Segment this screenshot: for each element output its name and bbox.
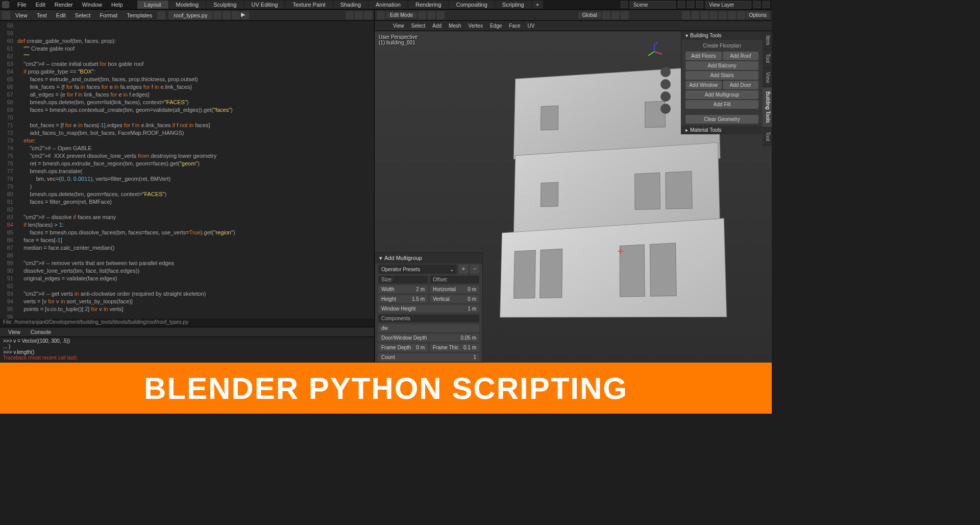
- zoom-icon[interactable]: [660, 67, 671, 77]
- add-door-button[interactable]: Add Door: [723, 81, 759, 89]
- add-balcony-button[interactable]: Add Balcony: [685, 61, 758, 70]
- layer-browse-icon[interactable]: [696, 1, 703, 8]
- width-field[interactable]: Width2 m: [378, 285, 428, 293]
- perspective-icon[interactable]: [660, 104, 671, 114]
- overlays-icon[interactable]: [691, 11, 699, 19]
- add-roof-button[interactable]: Add Roof: [723, 52, 759, 60]
- editor-type-icon[interactable]: [2, 11, 10, 19]
- tab-item[interactable]: Item: [763, 31, 772, 50]
- orient-select[interactable]: Global: [578, 12, 601, 18]
- te-select[interactable]: Select: [71, 11, 95, 19]
- tab-tool[interactable]: Tool: [763, 50, 772, 67]
- scene-browse-icon[interactable]: [621, 1, 628, 8]
- mode-select[interactable]: Edit Mode: [386, 12, 417, 18]
- add-floors-button[interactable]: Add Floors: [685, 52, 722, 60]
- vert-select-icon[interactable]: [418, 11, 426, 19]
- te-edit[interactable]: Edit: [52, 11, 70, 19]
- layer-del-icon[interactable]: [763, 1, 770, 8]
- word-wrap-icon[interactable]: [355, 11, 363, 19]
- vert-field[interactable]: Vertical0 m: [430, 295, 479, 303]
- filename-field[interactable]: roof_types.py: [168, 11, 212, 19]
- edge-select-icon[interactable]: [427, 11, 435, 19]
- layer-input[interactable]: [705, 1, 751, 9]
- vp-mesh[interactable]: Mesh: [446, 22, 464, 29]
- ws-modeling[interactable]: Modeling: [169, 1, 207, 9]
- pan-icon[interactable]: [660, 79, 671, 89]
- camera-icon[interactable]: [660, 91, 671, 102]
- viewport-3d[interactable]: User Perspective (1) building_001: [375, 31, 772, 363]
- scene-input[interactable]: [630, 1, 676, 9]
- face-select-icon[interactable]: [436, 11, 445, 19]
- te-text[interactable]: Text: [33, 11, 51, 19]
- clear-geometry-button[interactable]: Clear Geometry: [685, 115, 758, 124]
- shading-wire-icon[interactable]: [709, 11, 718, 19]
- count-field[interactable]: Count1: [378, 353, 479, 361]
- op-presets[interactable]: Operator Presets⌄: [378, 265, 457, 274]
- menu-window[interactable]: Window: [78, 1, 106, 9]
- text-close-icon[interactable]: [232, 11, 240, 19]
- winheight-field[interactable]: Window Height1 m: [378, 305, 479, 313]
- ws-scripting[interactable]: Scripting: [495, 1, 532, 9]
- add-multigroup-button[interactable]: Add Multigroup: [685, 90, 758, 99]
- ws-sculpting[interactable]: Sculpting: [206, 1, 244, 9]
- text-new-icon[interactable]: [213, 11, 222, 19]
- ws-rendering[interactable]: Rendering: [408, 1, 449, 9]
- ws-shading[interactable]: Shading: [333, 1, 369, 9]
- horiz-field[interactable]: Horizontal0 m: [430, 285, 479, 293]
- te-format[interactable]: Format: [95, 11, 121, 19]
- vp-select[interactable]: Select: [408, 22, 429, 29]
- menu-edit[interactable]: Edit: [32, 1, 50, 9]
- te-templates[interactable]: Templates: [122, 11, 156, 19]
- add-stairs-button[interactable]: Add Stairs: [685, 71, 758, 80]
- xray-icon[interactable]: [700, 11, 708, 19]
- code-area[interactable]: 5859606162636465666768697071727374757677…: [0, 21, 374, 319]
- scene-del-icon[interactable]: [687, 1, 694, 8]
- editor-type-icon[interactable]: [377, 11, 385, 19]
- ws-texpaint[interactable]: Texture Paint: [285, 1, 333, 9]
- propedit-icon[interactable]: [621, 11, 629, 19]
- shading-matpreview-icon[interactable]: [728, 11, 736, 19]
- console-area[interactable]: >>> v = Vector((100, 300, .5)) ... ) >>>…: [0, 337, 374, 363]
- ws-uv[interactable]: UV Editing: [244, 1, 285, 9]
- add-window-button[interactable]: Add Window: [685, 81, 722, 89]
- fthick-field[interactable]: Frame Thic0.1 m: [430, 344, 479, 351]
- vp-uv[interactable]: UV: [525, 22, 538, 29]
- layer-new-icon[interactable]: [753, 1, 761, 8]
- code-content[interactable]: def create_gable_roof(bm, faces, prop): …: [15, 21, 374, 319]
- preset-add[interactable]: +: [459, 265, 468, 274]
- syntax-icon[interactable]: [364, 11, 372, 19]
- console-view[interactable]: View: [4, 328, 24, 336]
- vp-face[interactable]: Face: [506, 22, 523, 29]
- vp-add[interactable]: Add: [429, 22, 445, 29]
- te-view[interactable]: View: [11, 11, 32, 19]
- fdepth-field[interactable]: Frame Depth0 m: [378, 344, 428, 351]
- shading-rendered-icon[interactable]: [737, 11, 745, 19]
- ws-animation[interactable]: Animation: [369, 1, 408, 9]
- shading-solid-icon[interactable]: [719, 11, 727, 19]
- console-menu[interactable]: Console: [27, 328, 55, 336]
- options-button[interactable]: Options: [746, 12, 770, 18]
- line-numbers-icon[interactable]: [346, 11, 354, 19]
- tab-view[interactable]: View: [763, 68, 772, 88]
- vp-view[interactable]: View: [390, 22, 407, 29]
- menu-render[interactable]: Render: [51, 1, 77, 9]
- text-unlink-icon[interactable]: [223, 11, 231, 19]
- scene-new-icon[interactable]: [678, 1, 685, 8]
- pivot-icon[interactable]: [602, 11, 610, 19]
- ws-compositing[interactable]: Compositing: [449, 1, 495, 9]
- vp-edge[interactable]: Edge: [487, 22, 505, 29]
- gizmo-icon[interactable]: [682, 11, 690, 19]
- run-script-icon[interactable]: ▶: [241, 11, 249, 19]
- nav-gizmo[interactable]: Z: [644, 41, 665, 62]
- add-fill-button[interactable]: Add Fill: [685, 100, 758, 109]
- tab-building-tools[interactable]: Building Tools: [763, 87, 772, 128]
- snap-icon[interactable]: [611, 11, 620, 19]
- text-browse-icon[interactable]: [157, 11, 165, 19]
- material-tools-title[interactable]: ▸Material Tools: [681, 126, 763, 134]
- menu-help[interactable]: Help: [107, 1, 127, 9]
- dwdepth-field[interactable]: Door/Window Depth0.05 m: [378, 334, 479, 342]
- preset-remove[interactable]: −: [470, 265, 479, 274]
- tab-tool2[interactable]: Tool: [763, 128, 772, 146]
- menu-file[interactable]: File: [13, 1, 31, 9]
- components-input[interactable]: dw: [378, 324, 479, 332]
